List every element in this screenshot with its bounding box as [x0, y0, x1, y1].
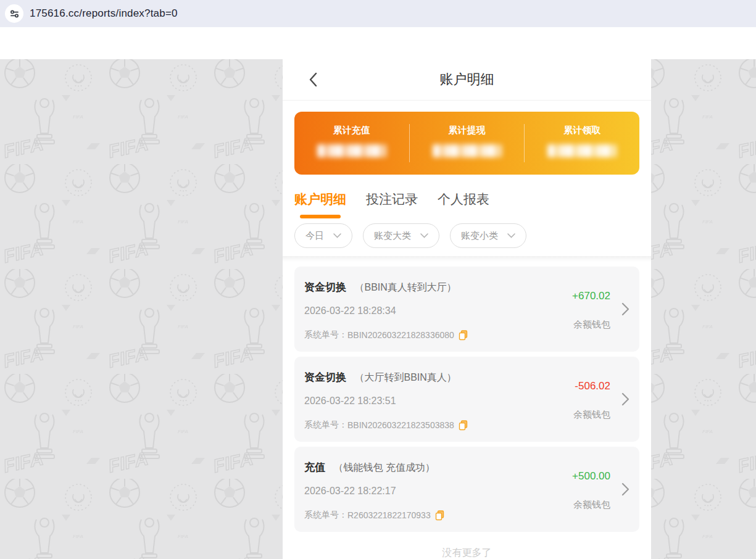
chevron-right-icon[interactable]	[621, 302, 629, 316]
copy-icon[interactable]	[435, 510, 444, 521]
app-header: 账户明细	[283, 59, 651, 101]
filter-date-dropdown[interactable]: 今日	[294, 223, 352, 248]
txn-title: 充值 （钱能钱包 充值成功）	[304, 460, 435, 474]
filter-label: 今日	[305, 230, 324, 242]
txn-order-no: R2603221822170933	[347, 510, 431, 520]
back-button[interactable]	[301, 68, 325, 91]
txn-wallet: 余额钱包	[573, 409, 610, 421]
transaction-row[interactable]: 资金切换 （BBIN真人转到大厅） 2026-03-22 18:28:34 系统…	[294, 267, 639, 352]
chevron-down-icon	[333, 233, 341, 238]
transaction-list: 资金切换 （BBIN真人转到大厅） 2026-03-22 18:28:34 系统…	[283, 262, 651, 559]
transaction-row[interactable]: 充值 （钱能钱包 充值成功） 2026-03-22 18:22:17 系统单号：…	[294, 447, 639, 532]
filter-minor-category-dropdown[interactable]: 账变小类	[450, 223, 526, 248]
chevron-right-icon[interactable]	[621, 392, 629, 406]
chevron-down-icon	[507, 233, 515, 238]
page-title: 账户明细	[440, 70, 494, 89]
chevron-right-icon[interactable]	[621, 482, 629, 496]
app-panel: 账户明细 累计充值 累计提现 累计领取 账户明细	[283, 59, 651, 559]
copy-icon[interactable]	[459, 330, 468, 341]
summary-card: 累计充值 累计提现 累计领取	[294, 112, 639, 175]
tab-label: 个人报表	[438, 191, 489, 208]
txn-amount: +500.00	[572, 470, 610, 482]
filter-bar: 今日 账变大类 账变小类	[283, 223, 651, 248]
summary-claim: 累计领取	[525, 112, 639, 175]
url-text[interactable]: 175616.cc/reports/index?tab=0	[30, 7, 178, 20]
tab-label: 投注记录	[366, 191, 418, 208]
summary-label: 累计领取	[563, 125, 600, 136]
masked-value	[433, 144, 502, 157]
txn-title: 资金切换 （BBIN真人转到大厅）	[304, 280, 457, 294]
txn-detail: （BBIN真人转到大厅）	[354, 282, 456, 292]
filter-label: 账变大类	[374, 230, 411, 242]
summary-deposit: 累计充值	[294, 112, 409, 175]
summary-label: 累计充值	[333, 125, 370, 136]
summary-label: 累计提现	[449, 125, 486, 136]
tune-icon[interactable]	[5, 4, 23, 23]
txn-datetime: 2026-03-22 18:28:34	[304, 305, 396, 317]
no-more-text: 没有更多了	[294, 547, 639, 559]
txn-amount: -506.02	[575, 380, 610, 392]
screen: 175616.cc/reports/index?tab=0	[0, 0, 756, 559]
txn-order-no: BBIN202603221823503838	[347, 420, 454, 430]
tab-account-detail[interactable]: 账户明细	[294, 191, 346, 218]
masked-value	[547, 144, 617, 157]
tab-personal-report[interactable]: 个人报表	[438, 191, 489, 218]
summary-withdraw: 累计提现	[410, 112, 525, 175]
tab-active-underline	[300, 215, 341, 218]
txn-order-no: BBIN202603221828336080	[347, 330, 454, 340]
txn-datetime: 2026-03-22 18:22:17	[304, 486, 396, 497]
filter-label: 账变小类	[461, 230, 498, 242]
chevron-down-icon	[420, 233, 428, 238]
tab-label: 账户明细	[294, 191, 346, 208]
tab-bet-records[interactable]: 投注记录	[366, 191, 418, 218]
txn-order-label: 系统单号：	[304, 420, 347, 431]
txn-title: 资金切换 （大厅转到BBIN真人）	[304, 370, 457, 384]
txn-order-row: 系统单号： BBIN202603221823503838	[304, 420, 468, 431]
txn-order-label: 系统单号：	[304, 510, 347, 521]
filter-major-category-dropdown[interactable]: 账变大类	[363, 223, 439, 248]
transaction-row[interactable]: 资金切换 （大厅转到BBIN真人） 2026-03-22 18:23:51 系统…	[294, 357, 639, 442]
filter-divider-shadow	[283, 256, 651, 262]
txn-wallet: 余额钱包	[573, 499, 610, 511]
txn-order-row: 系统单号： BBIN202603221828336080	[304, 329, 468, 341]
txn-amount: +670.02	[572, 290, 610, 302]
browser-url-bar[interactable]: 175616.cc/reports/index?tab=0	[0, 0, 756, 27]
txn-type: 资金切换	[304, 281, 346, 293]
copy-icon[interactable]	[459, 420, 468, 431]
txn-wallet: 余额钱包	[573, 319, 610, 331]
txn-order-row: 系统单号： R2603221822170933	[304, 510, 444, 521]
txn-detail: （大厅转到BBIN真人）	[354, 372, 456, 383]
txn-order-label: 系统单号：	[304, 329, 347, 341]
tab-bar: 账户明细 投注记录 个人报表	[283, 191, 651, 218]
txn-detail: （钱能钱包 充值成功）	[333, 462, 434, 473]
txn-type: 资金切换	[304, 371, 346, 383]
txn-type: 充值	[304, 462, 325, 473]
masked-value	[317, 144, 386, 157]
txn-datetime: 2026-03-22 18:23:51	[304, 395, 396, 407]
